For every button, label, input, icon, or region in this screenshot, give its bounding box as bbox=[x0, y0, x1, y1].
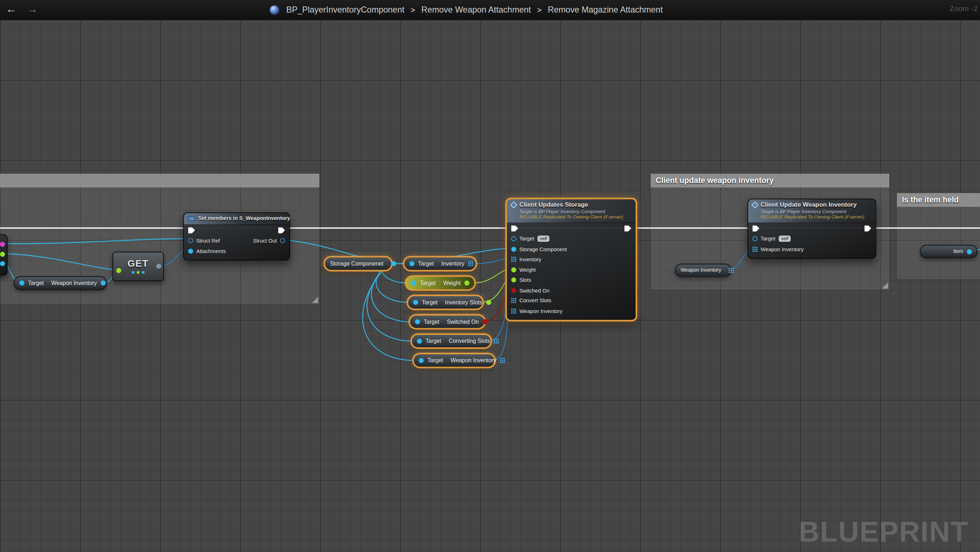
node-header: Client Updates Storage Target is BP Play… bbox=[507, 199, 636, 223]
target-pin[interactable] bbox=[415, 319, 420, 324]
output-pin[interactable] bbox=[156, 264, 161, 269]
target-pin[interactable] bbox=[409, 261, 415, 266]
exec-out-pin[interactable] bbox=[624, 225, 631, 231]
pin-label: Inventory bbox=[441, 261, 464, 267]
back-button[interactable] bbox=[3, 3, 19, 16]
pin-label: Slots bbox=[519, 277, 531, 283]
pin-label: Struct Ref bbox=[196, 237, 220, 243]
node-title: Client Update Weapon Inventory bbox=[761, 201, 857, 209]
target-pin[interactable] bbox=[419, 358, 424, 363]
pin-label: Switched On bbox=[447, 319, 479, 325]
target-pin[interactable] bbox=[413, 300, 418, 305]
output-pin[interactable] bbox=[391, 261, 396, 266]
self-chip: self bbox=[779, 236, 791, 242]
breadcrumb-item[interactable]: Remove Magazine Attachment bbox=[548, 5, 663, 14]
comment-header[interactable] bbox=[0, 173, 319, 187]
target-pin[interactable] bbox=[752, 237, 757, 242]
slots-pin[interactable] bbox=[511, 277, 516, 283]
node-title: Client Updates Storage bbox=[519, 201, 588, 209]
storage-component-pin[interactable] bbox=[511, 247, 516, 251]
pin-label: Storage Componenet bbox=[330, 261, 383, 267]
pin-label: Target bbox=[424, 319, 439, 325]
node-get-array-element[interactable]: GET bbox=[113, 252, 164, 282]
output-pin[interactable] bbox=[486, 300, 491, 305]
pin-label: Convert Slots bbox=[519, 297, 552, 304]
exec-out-pin[interactable] bbox=[864, 225, 871, 231]
breadcrumb-separator: > bbox=[410, 5, 415, 14]
self-chip: self bbox=[537, 236, 549, 242]
output-pin[interactable] bbox=[0, 252, 5, 257]
pin-label: Target bbox=[28, 280, 43, 286]
node-header: Client Update Weapon Inventory Target is… bbox=[748, 199, 876, 223]
pin-label: Target bbox=[761, 236, 775, 242]
blueprint-icon bbox=[270, 5, 278, 14]
comment-resize-handle[interactable] bbox=[882, 283, 888, 289]
node-get-weight[interactable]: Target Weight bbox=[406, 276, 475, 290]
output-pin[interactable] bbox=[101, 281, 106, 286]
wire-object bbox=[371, 264, 411, 322]
node-replication-note: RELIABLE Replicated To Owning Client (if… bbox=[761, 214, 872, 220]
attachments-pin[interactable] bbox=[188, 248, 193, 253]
struct-out-pin[interactable] bbox=[280, 238, 285, 243]
node-get-switched-on[interactable]: Target Switched On bbox=[409, 315, 485, 328]
target-pin[interactable] bbox=[411, 281, 416, 286]
comment-resize-handle[interactable] bbox=[312, 297, 318, 303]
node-get-inventory[interactable]: Target Inventory bbox=[404, 257, 476, 270]
node-partial-left[interactable] bbox=[0, 234, 8, 276]
node-client-updates-storage[interactable]: Client Updates Storage Target is BP Play… bbox=[506, 199, 636, 321]
exec-in-pin[interactable] bbox=[188, 227, 195, 233]
output-pin[interactable] bbox=[729, 268, 734, 273]
node-get-weapon-inventory-var[interactable]: Weapon Inventory bbox=[675, 264, 731, 277]
node-header: Set members in S_WeaponInventory bbox=[184, 213, 290, 225]
blueprint-watermark: BLUEPRINT bbox=[799, 515, 969, 549]
index-pin[interactable] bbox=[116, 268, 121, 273]
comment-header[interactable]: Is the item held bbox=[897, 193, 980, 207]
exec-out-pin[interactable] bbox=[278, 227, 285, 233]
pin-label: Weapon Inventory bbox=[519, 308, 563, 314]
pin-label: Weight bbox=[519, 267, 536, 273]
switched-on-pin[interactable] bbox=[511, 288, 516, 293]
convert-slots-pin[interactable] bbox=[511, 298, 516, 303]
target-pin[interactable] bbox=[511, 237, 516, 242]
node-get-weapon-inventory[interactable]: Target Weapon Inventory bbox=[413, 354, 495, 367]
output-pin[interactable] bbox=[500, 358, 505, 363]
target-pin[interactable] bbox=[417, 339, 422, 344]
node-set-members-weapon-inventory[interactable]: Set members in S_WeaponInventory Struct … bbox=[183, 212, 290, 261]
element-pin-dot bbox=[142, 271, 145, 274]
node-target-weapon-inventory[interactable]: Target Weapon Inventory bbox=[14, 276, 107, 290]
node-get-inventory-slots[interactable]: Target Inventory Slots bbox=[408, 296, 483, 309]
wire-bool bbox=[483, 290, 508, 322]
wire-container bbox=[493, 310, 508, 360]
comment-header[interactable]: Client update weapon inventory bbox=[651, 173, 889, 187]
exec-in-pin[interactable] bbox=[511, 225, 518, 231]
node-get-converting-slots[interactable]: Target Converting Slots bbox=[411, 334, 492, 348]
breadcrumb-item[interactable]: Remove Weapon Attachment bbox=[422, 5, 531, 14]
weight-pin[interactable] bbox=[511, 267, 516, 272]
output-pin[interactable] bbox=[967, 249, 972, 254]
inventory-pin[interactable] bbox=[511, 257, 516, 262]
node-get-item[interactable]: Item bbox=[920, 245, 977, 258]
weapon-inventory-pin[interactable] bbox=[752, 247, 757, 251]
node-get-storage-component[interactable]: Storage Componenet bbox=[324, 257, 392, 270]
blueprint-graph-editor[interactable]: BLUEPRINT Client update weapon inventory… bbox=[0, 0, 980, 552]
output-pin[interactable] bbox=[0, 242, 5, 247]
pin-label: Weapon Inventory bbox=[450, 357, 496, 363]
breadcrumb-root[interactable]: BP_PlayerInventoryComponent bbox=[286, 5, 404, 14]
forward-button[interactable] bbox=[25, 3, 40, 16]
target-pin[interactable] bbox=[19, 281, 24, 286]
comment-box-is-item-held[interactable]: Is the item held bbox=[896, 192, 980, 280]
output-pin[interactable] bbox=[494, 339, 499, 344]
weapon-inventory-pin[interactable] bbox=[511, 309, 516, 313]
struct-icon bbox=[188, 216, 195, 221]
exec-in-pin[interactable] bbox=[752, 225, 759, 231]
index-pin-dot bbox=[137, 271, 140, 274]
node-client-update-weapon-inventory[interactable]: Client Update Weapon Inventory Target is… bbox=[748, 199, 876, 259]
output-pin[interactable] bbox=[0, 261, 5, 266]
output-pin[interactable] bbox=[468, 261, 473, 266]
zoom-level-label: Zoom -2 bbox=[950, 4, 977, 13]
pin-label: Weapon Inventory bbox=[761, 246, 804, 252]
output-pin[interactable] bbox=[482, 319, 487, 324]
output-pin[interactable] bbox=[465, 281, 469, 286]
struct-ref-pin[interactable] bbox=[188, 238, 193, 243]
pin-label: Target bbox=[420, 280, 435, 286]
